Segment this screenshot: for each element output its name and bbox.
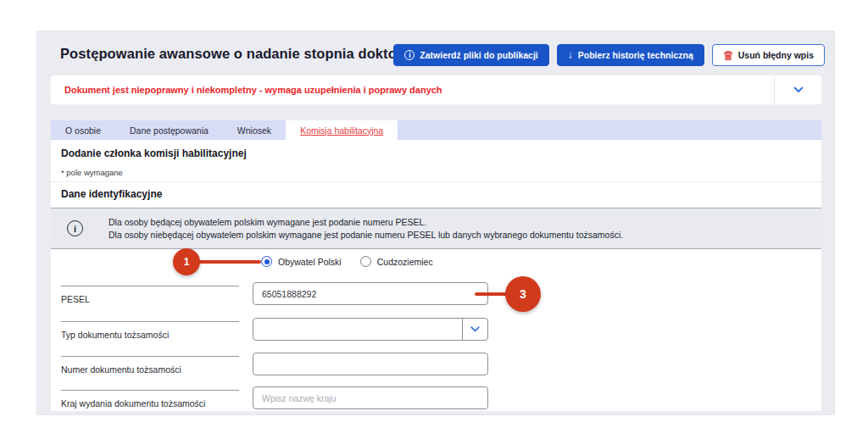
kraj-wydania-label: Kraj wydania dokumentu tożsamości bbox=[61, 390, 239, 408]
validation-alert: Dokument jest niepoprawny i niekompletny… bbox=[51, 75, 821, 104]
info-icon: i bbox=[67, 220, 83, 236]
pesel-input[interactable] bbox=[253, 282, 488, 305]
select-chevron-button[interactable] bbox=[462, 319, 487, 340]
download-history-label: Pobierz historię techniczną bbox=[578, 50, 693, 60]
form-row-numer-dokumentu: Numer dokumentu tożsamości bbox=[51, 353, 821, 386]
form-row-pesel: PESEL bbox=[51, 282, 821, 316]
procedure-panel: Postępowanie awansowe o nadanie stopnia … bbox=[36, 31, 835, 415]
radio-obywatel-polski-label: Obywatel Polski bbox=[278, 257, 342, 267]
annotation-circle-3: 3 bbox=[505, 276, 541, 312]
typ-dokumentu-value bbox=[253, 319, 462, 340]
delete-entry-label: Usuń błędny wpis bbox=[738, 50, 814, 60]
typ-dokumentu-label: Typ dokumentu tożsamości bbox=[61, 321, 239, 340]
citizenship-radio-group: Obywatel Polski Cudzoziemiec bbox=[261, 256, 433, 267]
info-circle-icon: i bbox=[404, 50, 415, 60]
tab-dane-postepowania[interactable]: Dane postępowania bbox=[115, 120, 223, 140]
info-line-2: Dla osoby niebędącej obywatelem polskim … bbox=[108, 229, 623, 242]
tab-o-osobie[interactable]: O osobie bbox=[51, 120, 115, 140]
section-divider bbox=[51, 181, 821, 182]
typ-dokumentu-select[interactable] bbox=[253, 318, 488, 341]
form-row-kraj-wydania: Kraj wydania dokumentu tożsamości bbox=[51, 386, 821, 420]
radio-cudzoziemiec-label: Cudzoziemiec bbox=[377, 257, 433, 267]
approve-files-button[interactable]: i Zatwierdź pliki do publikacji bbox=[393, 44, 548, 66]
numer-dokumentu-label: Numer dokumentu tożsamości bbox=[61, 356, 239, 375]
chevron-down-icon bbox=[793, 86, 804, 93]
radio-cudzoziemiec[interactable]: Cudzoziemiec bbox=[360, 256, 433, 267]
download-icon: ↓ bbox=[568, 50, 573, 60]
tab-komisja-habilitacyjna[interactable]: Komisja habilitacyjna bbox=[286, 120, 398, 140]
pesel-label: PESEL bbox=[61, 286, 239, 304]
numer-dokumentu-input[interactable] bbox=[253, 353, 488, 375]
info-line-1: Dla osoby będącej obywatelem polskim wym… bbox=[108, 216, 623, 229]
alert-expand-button[interactable] bbox=[774, 75, 821, 104]
validation-alert-message: Dokument jest niepoprawny i niekompletny… bbox=[51, 75, 774, 104]
info-box: i Dla osoby będącej obywatelem polskim w… bbox=[51, 208, 821, 249]
download-history-button[interactable]: ↓ Pobierz historię techniczną bbox=[557, 44, 704, 66]
approve-files-label: Zatwierdź pliki do publikacji bbox=[420, 50, 537, 60]
info-text: Dla osoby będącej obywatelem polskim wym… bbox=[108, 216, 623, 242]
required-field-note: * pole wymagane bbox=[61, 168, 123, 177]
annotation-line-1 bbox=[197, 260, 261, 264]
radio-unselected-icon bbox=[360, 256, 371, 267]
subsection-title: Dane identyfikacyjne bbox=[61, 188, 162, 200]
tab-content: Dodanie członka komisji habilitacyjnej *… bbox=[51, 140, 821, 411]
form-row-typ-dokumentu: Typ dokumentu tożsamości bbox=[51, 318, 821, 352]
header-actions: i Zatwierdź pliki do publikacji ↓ Pobier… bbox=[393, 44, 825, 66]
trash-icon bbox=[723, 50, 733, 61]
radio-selected-icon bbox=[261, 256, 272, 267]
radio-obywatel-polski[interactable]: Obywatel Polski bbox=[261, 256, 342, 267]
tabbar: O osobie Dane postępowania Wniosek Komis… bbox=[51, 120, 821, 140]
kraj-wydania-input[interactable] bbox=[253, 386, 488, 409]
section-title: Dodanie członka komisji habilitacyjnej bbox=[61, 147, 247, 159]
tab-wniosek[interactable]: Wniosek bbox=[223, 120, 286, 140]
delete-entry-button[interactable]: Usuń błędny wpis bbox=[712, 44, 825, 66]
chevron-down-icon bbox=[470, 326, 480, 332]
